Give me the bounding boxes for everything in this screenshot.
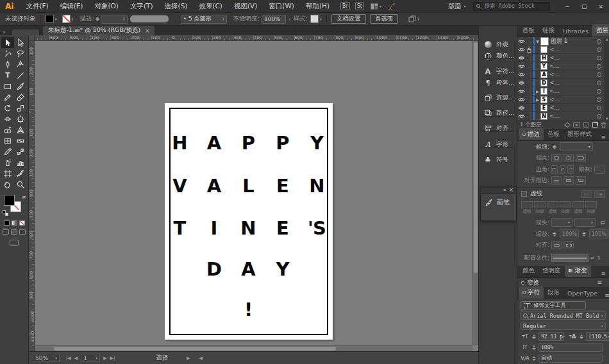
close-button[interactable]: × xyxy=(592,3,609,10)
layer-thumbnail[interactable]: N xyxy=(540,113,547,120)
panel-dock-item-align[interactable]: 对齐 xyxy=(479,122,517,134)
limit-field[interactable] xyxy=(594,165,605,174)
swap-arrows-icon[interactable]: ⇄ xyxy=(600,219,605,226)
layer-target-icon[interactable] xyxy=(597,114,601,119)
horizontal-scrollbar-thumb[interactable] xyxy=(54,347,336,351)
layer-name[interactable]: <... xyxy=(547,104,597,111)
toolbar-grip[interactable] xyxy=(12,29,39,35)
locate-object-icon[interactable] xyxy=(564,122,571,128)
tool-free-transform[interactable] xyxy=(14,113,27,124)
panel-dock-item-appearance[interactable]: 外观 xyxy=(479,38,517,50)
layer-thumbnail[interactable] xyxy=(540,46,547,53)
panel-dock-item-glyphs[interactable]: A字形 xyxy=(479,138,517,150)
layer-name[interactable]: <... xyxy=(547,71,597,78)
layer-row[interactable]: ▶I<... xyxy=(517,87,609,95)
layer-thumbnail[interactable]: Y xyxy=(540,63,547,70)
layer-target-icon[interactable] xyxy=(597,64,601,69)
arrow-start-field[interactable]: ▾ xyxy=(551,218,572,227)
visibility-toggle[interactable] xyxy=(517,70,526,78)
layer-name[interactable]: <... xyxy=(547,46,597,53)
align-inside-button[interactable] xyxy=(563,176,574,185)
layer-row[interactable]: N<... xyxy=(517,112,609,120)
draw-behind-button[interactable] xyxy=(11,229,17,235)
stroke-weight-field[interactable]: ▾ xyxy=(101,15,128,24)
touch-type-tool-button[interactable]: T 修饰文字工具 xyxy=(521,301,586,310)
visibility-toggle[interactable] xyxy=(517,79,526,87)
flip-along-icon[interactable]: ⇄ xyxy=(590,255,595,261)
opacity-field[interactable]: 100% xyxy=(262,15,286,24)
kerning-field[interactable]: 自动 xyxy=(538,354,603,363)
dashed-line-checkbox[interactable] xyxy=(521,191,527,197)
layer-row[interactable]: H<... xyxy=(517,54,609,62)
layer-row[interactable]: ▶S<... xyxy=(517,95,609,104)
tool-magic-wand[interactable] xyxy=(1,48,14,59)
corner-bevel-button[interactable] xyxy=(567,165,574,174)
weight-stepper[interactable] xyxy=(553,145,556,149)
menu-item-type[interactable]: 文字(T) xyxy=(124,2,159,11)
none-mode-button[interactable] xyxy=(19,220,25,226)
tool-pen[interactable] xyxy=(1,59,14,70)
tab-图层[interactable]: 图层 xyxy=(592,24,609,37)
tab-字符[interactable]: 字符 xyxy=(519,286,544,299)
dash-field-1[interactable] xyxy=(534,201,546,208)
layer-name[interactable]: <... xyxy=(547,113,597,119)
tool-gradient[interactable] xyxy=(14,135,27,146)
color-mode-button[interactable] xyxy=(4,220,10,226)
tool-eyedropper[interactable] xyxy=(1,146,14,157)
tab-描边[interactable]: 描边 xyxy=(519,128,544,140)
layer-thumbnail[interactable] xyxy=(540,37,549,46)
canvas-area[interactable]: 6005004003002001000100200300400500600700… xyxy=(29,35,478,351)
minimize-button[interactable]: − xyxy=(559,3,576,10)
layer-name[interactable]: <... xyxy=(547,79,597,86)
make-mask-icon[interactable] xyxy=(573,122,580,128)
new-layer-icon[interactable] xyxy=(592,122,598,128)
brush-preview[interactable] xyxy=(130,15,169,22)
transform-menu-icon[interactable]: ≡ xyxy=(594,279,605,286)
tab-Libraries[interactable]: Libraries xyxy=(558,26,592,37)
last-artboard-icon[interactable]: ▶| xyxy=(110,356,115,361)
layer-name[interactable]: <... xyxy=(547,88,597,94)
tool-blend[interactable] xyxy=(14,146,27,157)
layer-target-icon[interactable] xyxy=(597,97,601,102)
lock-toggle[interactable] xyxy=(526,79,533,87)
menu-item-view[interactable]: 视图(V) xyxy=(228,2,263,11)
layer-thumbnail[interactable]: S xyxy=(540,96,547,103)
menu-item-object[interactable]: 对象(O) xyxy=(88,2,124,11)
tool-hand[interactable] xyxy=(1,179,14,190)
tab-close-icon[interactable]: × xyxy=(145,28,150,34)
isolate-icon[interactable]: ▾ xyxy=(408,15,419,22)
tab-画板[interactable]: 画板 xyxy=(519,24,538,37)
swap-fill-stroke-icon[interactable]: ⇄ xyxy=(22,195,26,200)
vertical-ruler[interactable]: 3002001000100200300400500600700800900100… xyxy=(29,41,35,351)
vertical-scrollbar-thumb[interactable] xyxy=(474,42,478,273)
tool-pencil[interactable] xyxy=(1,92,14,103)
lock-toggle[interactable] xyxy=(526,95,533,103)
align-center-button[interactable] xyxy=(551,176,562,185)
stock-badge[interactable]: St xyxy=(355,2,364,10)
arrow-align-end-button[interactable] xyxy=(563,241,574,249)
scale-field-0[interactable]: 100% xyxy=(560,229,579,238)
tab-链接[interactable]: 链接 xyxy=(538,24,558,37)
weight-field[interactable]: ▾ xyxy=(560,142,593,151)
tool-eraser[interactable] xyxy=(14,92,27,103)
style-chevron-icon[interactable]: ▾ xyxy=(320,17,322,21)
kerning-stepper[interactable] xyxy=(532,356,536,361)
tab-menu-icon[interactable]: ≡ xyxy=(597,134,609,140)
visibility-toggle[interactable] xyxy=(517,104,526,112)
dash-field-4[interactable] xyxy=(572,201,584,208)
tab-menu-icon[interactable]: ≡ xyxy=(601,292,609,299)
tab-渐变[interactable]: 渐变 xyxy=(565,265,591,277)
font-size-field[interactable]: 92.13 p▾ xyxy=(538,332,564,341)
visibility-toggle[interactable] xyxy=(517,87,526,95)
tool-lasso[interactable] xyxy=(14,48,27,59)
brush-preset-field[interactable]: • 5 点圆形▾ xyxy=(181,15,227,24)
tool-rotate[interactable] xyxy=(1,103,14,113)
lock-toggle[interactable] xyxy=(526,62,533,70)
vertical-scale-stepper[interactable] xyxy=(532,345,536,350)
stroke-weight-stepper[interactable] xyxy=(96,17,99,21)
arrange-documents-icon[interactable]: ▾ xyxy=(371,3,381,10)
cap-projecting-button[interactable] xyxy=(576,154,586,162)
scale-stepper-1[interactable] xyxy=(582,232,586,236)
menu-item-help[interactable]: 帮助(H) xyxy=(300,2,335,11)
font-size-stepper[interactable] xyxy=(532,335,536,339)
